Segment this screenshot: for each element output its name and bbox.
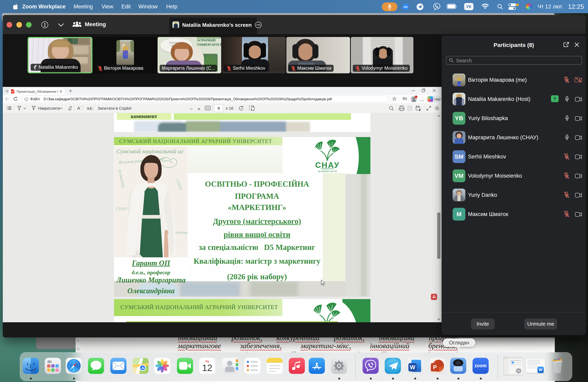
svg-text:PDF: PDF [11, 91, 14, 92]
